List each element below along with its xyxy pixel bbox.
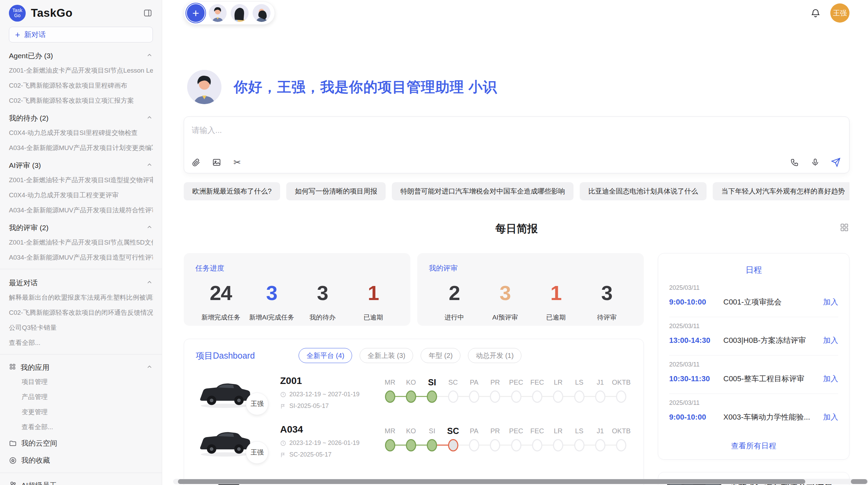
suggestion-chip[interactable]: 如何写一份清晰的项目周报 <box>286 182 386 200</box>
app-item[interactable]: 项目管理 <box>9 374 153 389</box>
milestone-node[interactable] <box>616 439 626 451</box>
recent-header[interactable]: 最近对话 <box>9 273 153 290</box>
dashboard-filter[interactable]: 全新平台 (4) <box>299 348 352 363</box>
sidebar-item-favorites[interactable]: 我的收藏 <box>9 452 153 469</box>
milestone-node[interactable] <box>553 439 563 451</box>
new-chat-button[interactable]: + 新对话 <box>9 27 153 42</box>
horizontal-scrollbar[interactable] <box>173 479 868 484</box>
sidebar-section-header[interactable]: Agent已办 (3) <box>9 46 153 63</box>
suggestion-chip[interactable]: 比亚迪全固态电池计划具体说了什么 <box>580 182 707 200</box>
sidebar-task-item[interactable]: Z001-全新燃油轻卡产品开发项目SI造型提交物评审 <box>9 173 153 188</box>
join-link[interactable]: 加入 <box>823 412 838 422</box>
dashboard-filter[interactable]: 动总开发 (1) <box>468 348 521 363</box>
scrollbar-corner[interactable] <box>851 479 867 484</box>
milestone-node[interactable] <box>616 390 626 403</box>
stat-card-title: 我的评审 <box>429 263 632 273</box>
my-apps-header[interactable]: 我的应用 <box>9 358 153 374</box>
add-member-button[interactable]: + <box>187 4 205 22</box>
join-link[interactable]: 加入 <box>823 374 838 384</box>
scrollbar-thumb[interactable] <box>178 479 805 484</box>
scissors-icon[interactable]: ✂ <box>232 157 242 167</box>
sidebar-task-item[interactable]: C02-飞腾新能源轻客改款项目里程碑画布 <box>9 78 153 93</box>
milestone-label: LR <box>548 425 569 437</box>
member-avatar-3[interactable] <box>253 4 270 22</box>
suggestion-chip[interactable]: 当下年轻人对汽车外观有怎样的喜好趋势 <box>713 182 849 200</box>
milestone-node[interactable] <box>574 390 584 403</box>
milestone-node[interactable] <box>385 390 395 403</box>
app-item[interactable]: 变更管理 <box>9 405 153 420</box>
stat: 3AI预评审 <box>480 281 530 322</box>
join-link[interactable]: 加入 <box>823 335 838 346</box>
milestone-node[interactable] <box>574 439 584 451</box>
send-icon[interactable] <box>831 157 841 167</box>
schedule-time: 9:00-10:00 <box>669 413 723 422</box>
milestone-node[interactable] <box>427 439 437 451</box>
milestone-node[interactable] <box>448 390 458 403</box>
member-avatar-1[interactable] <box>209 4 227 22</box>
sidebar-task-item[interactable]: A034-全新新能源MUV产品开发项目计划变更类编写 <box>9 140 153 156</box>
milestone-node[interactable] <box>511 439 521 451</box>
milestone-node[interactable] <box>469 390 479 403</box>
dashboard-filter[interactable]: 年型 (2) <box>421 348 460 363</box>
sidebar-task-item[interactable]: C0X4-动力总成开发项目SI里程碑提交物检查 <box>9 125 153 140</box>
sidebar-task-item[interactable]: C0X4-动力总成开发项目工程变更评审 <box>9 188 153 203</box>
sidebar-section-header[interactable]: 我的待办 (2) <box>9 108 153 125</box>
dashboard-filter[interactable]: 全新上装 (3) <box>360 348 413 363</box>
app-item[interactable]: 查看全部... <box>9 420 153 435</box>
sidebar-item-cloud-space[interactable]: 我的云空间 <box>9 435 153 452</box>
stat-value: 3 <box>297 281 348 305</box>
view-all-schedule-link[interactable]: 查看所有日程 <box>669 432 838 451</box>
recent-conversation-item[interactable]: 查看全部... <box>9 335 153 350</box>
sidebar-section-header[interactable]: AI评审 (3) <box>9 156 153 173</box>
milestone-SI: SI <box>422 425 443 460</box>
milestone-label: MR <box>379 425 400 437</box>
sidebar-tool-1[interactable]: AI超级员工 <box>9 477 153 485</box>
phone-call-icon[interactable] <box>789 157 800 167</box>
milestone-node[interactable] <box>532 439 542 451</box>
milestone-node[interactable] <box>406 390 416 403</box>
recent-conversation-item[interactable]: C02-飞腾新能源轻客改款项目的闭环通告反馈情况 <box>9 305 153 320</box>
schedule-card: 日程 2025/03/119:00-10:00C001-立项审批会加入2025/… <box>658 253 849 460</box>
join-link[interactable]: 加入 <box>823 297 838 307</box>
milestone-node[interactable] <box>553 390 563 403</box>
milestone-node[interactable] <box>427 390 437 403</box>
recent-conversations: 最近对话解释最新出台的欧盟报废车法规再生塑料比例被调到15%...C02-飞腾新… <box>9 273 153 350</box>
member-avatar-2[interactable] <box>231 4 249 22</box>
milestone-node[interactable] <box>406 439 416 451</box>
sidebar-section-header[interactable]: 我的评审 (2) <box>9 218 153 235</box>
layout-grid-icon[interactable] <box>840 223 849 233</box>
suggestion-chip[interactable]: 特朗普可能对进口汽车增税会对中国车企造成哪些影响 <box>392 182 574 200</box>
milestone-node[interactable] <box>595 390 605 403</box>
sidebar-task-item[interactable]: Z001-全新燃油轻卡产品开发项目SI节点属性5D文件评审 <box>9 235 153 250</box>
milestone-node[interactable] <box>595 439 605 451</box>
sidebar-task-item[interactable]: Z001-全新燃油皮卡产品开发项目SI节点Lesson Learn报告 <box>9 63 153 78</box>
recent-conversation-item[interactable]: 解释最新出台的欧盟报废车法规再生塑料比例被调到15%... <box>9 290 153 305</box>
milestone-node[interactable] <box>490 439 500 451</box>
milestone-node[interactable] <box>448 439 458 451</box>
owner-avatar[interactable]: 王强 <box>246 393 268 415</box>
milestone-node[interactable] <box>490 390 500 403</box>
milestone-node[interactable] <box>385 439 395 451</box>
microphone-icon[interactable] <box>810 157 820 167</box>
user-avatar[interactable]: 王强 <box>830 3 849 23</box>
collapse-sidebar-icon[interactable] <box>143 8 153 18</box>
milestone-node[interactable] <box>511 390 521 403</box>
milestone-PEC: PEC <box>506 425 527 460</box>
milestone-node[interactable] <box>532 390 542 403</box>
sidebar-task-item[interactable]: A034-全新新能源MUV产品开发项目造型可行性评审 <box>9 250 153 265</box>
schedule-item: 2025/03/1113:00-14:30C003|H0B-方案冻结评审加入 <box>669 317 838 356</box>
owner-avatar[interactable]: 王强 <box>246 441 268 464</box>
recent-conversation-item[interactable]: 公司Q3轻卡销量 <box>9 320 153 335</box>
my-apps-title: 我的应用 <box>21 363 49 372</box>
milestone-node[interactable] <box>469 439 479 451</box>
suggestion-chip[interactable]: 欧洲新规最近颁布了什么? <box>184 182 280 200</box>
sidebar-header: Task Go TaskGo <box>9 0 153 26</box>
sidebar-task-item[interactable]: A034-全新新能源MUV产品开发项目法规符合性评审 <box>9 203 153 218</box>
notification-bell-icon[interactable] <box>810 8 821 18</box>
sidebar-task-item[interactable]: C02-飞腾新能源轻客改款项目立项汇报方案 <box>9 93 153 108</box>
milestone-label: J1 <box>590 425 611 437</box>
chat-input[interactable] <box>184 117 849 144</box>
attachment-icon[interactable] <box>191 157 201 167</box>
image-upload-icon[interactable] <box>212 157 222 167</box>
app-item[interactable]: 产品管理 <box>9 389 153 405</box>
